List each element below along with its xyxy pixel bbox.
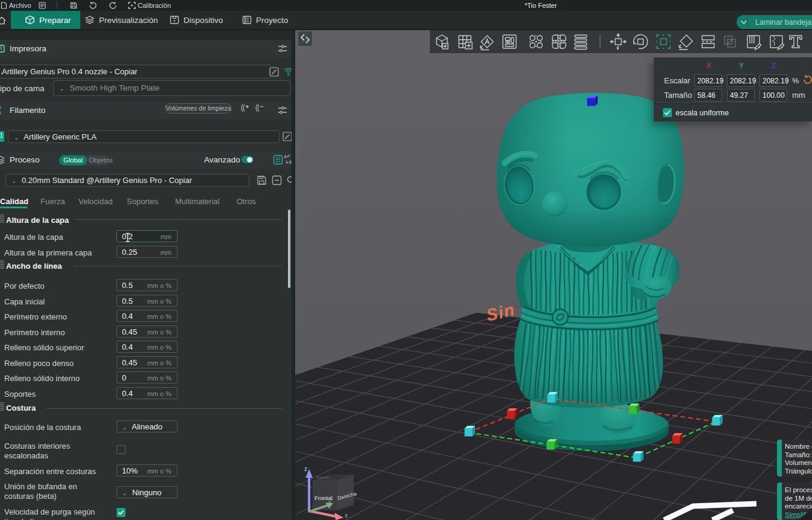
svg-text:y: y bbox=[328, 499, 331, 505]
svg-text:A↶: A↶ bbox=[284, 154, 291, 159]
svg-text:z: z bbox=[304, 466, 307, 472]
svg-text:x: x bbox=[345, 512, 348, 519]
svg-text:Trasera: Trasera bbox=[316, 475, 329, 480]
